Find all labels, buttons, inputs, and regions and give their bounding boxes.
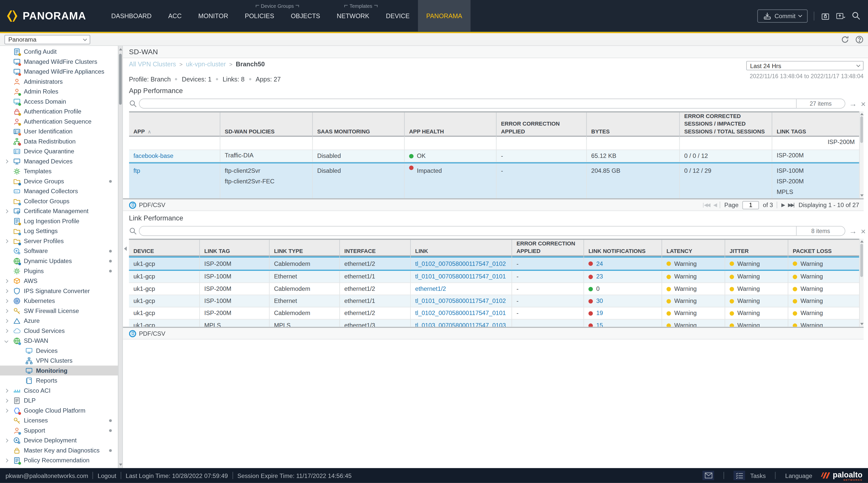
sidebar-item-device-quarantine[interactable]: Device Quarantine [0, 146, 118, 156]
link-link[interactable]: tl_0102_007058000117547_0101 [415, 308, 506, 319]
chevron-right-icon[interactable] [4, 329, 8, 333]
sidebar-item-reports[interactable]: Reports [0, 375, 118, 386]
nav-item-dashboard[interactable]: DASHBOARD [103, 0, 160, 32]
table-row[interactable]: uk1-gcpMPLSMPLSethernet1/3tl_0103_007058… [129, 320, 859, 327]
sidebar-item-authentication-profile[interactable]: Authentication Profile [0, 107, 118, 117]
chevron-right-icon[interactable] [4, 239, 8, 243]
chevron-down-icon[interactable] [4, 339, 8, 343]
nav-item-monitor[interactable]: MONITOR [190, 0, 237, 32]
column-header-device[interactable]: DEVICE [129, 240, 200, 259]
notification-count-link[interactable]: 23 [596, 271, 603, 282]
save-config-icon[interactable] [836, 11, 845, 21]
sidebar-item-dynamic-updates[interactable]: Dynamic Updates [0, 256, 118, 266]
sidebar-item-managed-wildfire-appliances[interactable]: Managed WildFire Appliances [0, 66, 118, 77]
time-range-select[interactable]: Last 24 Hrs [746, 61, 864, 70]
link-link[interactable]: tl_0101_007058000117547_0101 [415, 271, 506, 282]
breadcrumb-uk-vpn-cluster[interactable]: uk-vpn-cluster [186, 61, 226, 68]
column-header-link-tags[interactable]: LINK TAGS [772, 113, 859, 140]
tasks-icon[interactable] [734, 471, 745, 480]
sidebar-item-support[interactable]: Support [0, 425, 118, 435]
table-row[interactable]: uk1-gcpISP-100MEthernetethernet1/1tl_010… [129, 295, 859, 307]
column-header-link-type[interactable]: LINK TYPE [270, 240, 340, 259]
column-header-interface[interactable]: INTERFACE [340, 240, 411, 259]
table-row[interactable]: uk1-gcpISP-200MCablemodemethernet1/2ethe… [129, 283, 859, 295]
sidebar-item-vpn-clusters[interactable]: VPN Clusters [0, 356, 118, 366]
app-table-scrollbar[interactable] [859, 111, 864, 198]
sidebar-item-log-ingestion-profile[interactable]: Log Ingestion Profile [0, 216, 118, 226]
sidebar-item-managed-wildfire-clusters[interactable]: Managed WildFire Clusters [0, 57, 118, 67]
sidebar-item-sd-wan[interactable]: SD-WAN [0, 336, 118, 346]
refresh-icon[interactable] [840, 35, 849, 43]
help-icon[interactable] [855, 35, 864, 43]
sidebar-item-managed-collectors[interactable]: Managed Collectors [0, 186, 118, 196]
link-link[interactable]: tl_0101_007058000117547_0102 [415, 296, 506, 306]
link-link[interactable]: tl_0103_007058000117547_0103 [415, 320, 506, 327]
table-row[interactable]: uk1-gcpISP-100MEthernetethernet1/1tl_010… [129, 271, 859, 283]
breadcrumb-all-vpn-clusters[interactable]: All VPN Clusters [129, 61, 176, 68]
sidebar-item-master-key-and-diagnostics[interactable]: Master Key and Diagnostics [0, 445, 118, 455]
sidebar-item-authentication-sequence[interactable]: Authentication Sequence [0, 116, 118, 126]
column-header-link-tag[interactable]: LINK TAG [200, 240, 270, 259]
chevron-right-icon[interactable] [4, 299, 8, 303]
sidebar-item-cloud-services[interactable]: Cloud Services [0, 326, 118, 336]
sidebar-item-certificate-management[interactable]: Certificate Management [0, 206, 118, 216]
search-icon[interactable] [851, 11, 861, 21]
prev-page-button[interactable]: ◀ [713, 202, 716, 208]
sidebar-item-cisco-aci[interactable]: Cisco ACI [0, 385, 118, 395]
column-header-sd-wan-policies[interactable]: SD-WAN POLICIES [220, 113, 313, 140]
collapse-panel-icon[interactable] [124, 246, 127, 251]
chevron-right-icon[interactable] [4, 409, 8, 412]
sidebar-item-access-domain[interactable]: Access Domain [0, 96, 118, 107]
notification-count-link[interactable]: 24 [596, 258, 603, 269]
column-header-latency[interactable]: LATENCY [662, 240, 725, 259]
link-app[interactable]: facebook-base [133, 151, 173, 161]
sidebar-item-ips-signature-converter[interactable]: IPS Signature Converter [0, 286, 118, 296]
column-header-bytes[interactable]: BYTES [587, 113, 680, 140]
column-header-jitter[interactable]: JITTER [725, 240, 788, 259]
column-header-error-corrected-sessions-impacted-sessions-total-sessions[interactable]: ERROR CORRECTED SESSIONS / IMPACTED SESS… [680, 113, 772, 140]
sidebar-item-collector-groups[interactable]: Collector Groups [0, 196, 118, 206]
link-app[interactable]: ftp [133, 166, 140, 176]
context-select[interactable]: Panorama [4, 35, 90, 44]
scroll-down-icon[interactable] [860, 323, 864, 325]
sidebar-item-administrators[interactable]: Administrators [0, 77, 118, 87]
sidebar-item-user-identification[interactable]: User Identification [0, 126, 118, 137]
chevron-right-icon[interactable] [4, 319, 8, 323]
column-header-packet-loss[interactable]: PACKET LOSS [788, 240, 859, 259]
app-pdf-csv-button[interactable]: PDF/CSV [129, 201, 165, 209]
sidebar-item-admin-roles[interactable]: Admin Roles [0, 87, 118, 97]
scroll-up-icon[interactable] [860, 113, 864, 115]
sidebar-item-licenses[interactable]: Licenses [0, 415, 118, 425]
language-link[interactable]: Language [785, 472, 812, 479]
table-row[interactable]: uk1-gcpISP-200MCablemodemethernet1/2tl_0… [129, 256, 859, 271]
nav-item-acc[interactable]: ACC [160, 0, 190, 32]
notification-count-link[interactable]: 30 [596, 296, 603, 306]
apply-filter-icon[interactable]: → [849, 100, 857, 108]
chevron-right-icon[interactable] [4, 388, 8, 392]
table-row[interactable]: ISP-200M [129, 137, 859, 150]
app-search-input[interactable] [140, 100, 796, 108]
page-number-input[interactable] [742, 201, 759, 209]
sidebar-item-monitoring[interactable]: Monitoring [0, 365, 118, 375]
tasks-link[interactable]: Tasks [750, 472, 766, 479]
scroll-up-icon[interactable] [119, 48, 122, 51]
apply-filter-icon[interactable]: → [849, 227, 857, 235]
logout-link[interactable]: Logout [98, 472, 116, 479]
chevron-right-icon[interactable] [4, 398, 8, 402]
sidebar-item-plugins[interactable]: Plugins [0, 266, 118, 276]
nav-item-panorama[interactable]: PANORAMA [418, 0, 471, 32]
link-pdf-csv-button[interactable]: PDF/CSV [129, 330, 165, 337]
column-header-link[interactable]: LINK [411, 240, 512, 259]
scroll-up-icon[interactable] [860, 240, 864, 243]
column-header-app-health[interactable]: APP HEALTH [405, 113, 497, 140]
sidebar-item-device-deployment[interactable]: Device Deployment [0, 435, 118, 446]
messages-icon[interactable] [703, 471, 714, 480]
scroll-down-icon[interactable] [860, 194, 864, 197]
chevron-right-icon[interactable] [4, 289, 8, 293]
sidebar-scrollbar[interactable] [118, 46, 123, 468]
last-page-button[interactable]: ▶▶| [788, 202, 795, 208]
sidebar-item-software[interactable]: Software [0, 246, 118, 256]
link-table-scrollbar[interactable] [859, 239, 864, 327]
chevron-right-icon[interactable] [4, 279, 8, 283]
sidebar-item-google-cloud-platform[interactable]: Google Cloud Platform [0, 405, 118, 415]
